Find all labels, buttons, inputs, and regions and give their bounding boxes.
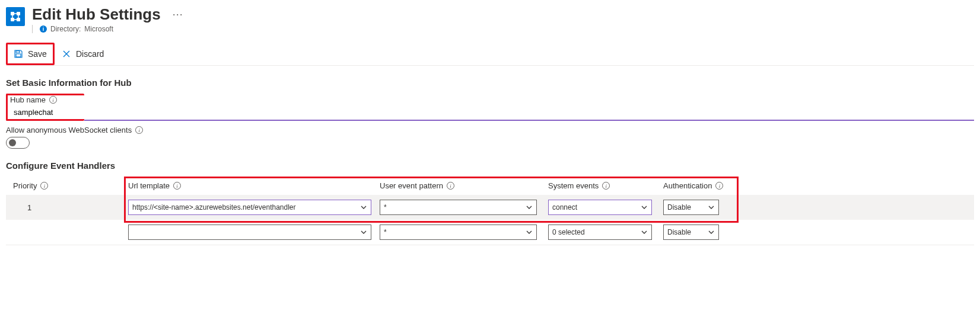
directory-row: i Directory: Microsoft <box>32 25 183 33</box>
col-system-label: System events <box>548 181 599 190</box>
url-template-input[interactable] <box>128 225 371 240</box>
chevron-down-icon <box>360 204 367 211</box>
svg-rect-3 <box>17 18 20 21</box>
hub-icon <box>9 11 21 23</box>
discard-label: Discard <box>76 49 104 59</box>
user-event-input[interactable]: * <box>380 225 537 240</box>
info-icon[interactable]: i <box>602 182 610 190</box>
header-text-block: Edit Hub Settings ··· i Directory: Micro… <box>32 6 183 33</box>
authentication-select[interactable]: Disable <box>663 225 719 240</box>
col-url-label: Url template <box>128 181 170 190</box>
system-events-value: connect <box>552 203 641 211</box>
more-actions-button[interactable]: ··· <box>173 8 183 21</box>
toggle-knob <box>9 139 16 146</box>
basic-info-section: Set Basic Information for Hub Hub name i… <box>6 78 974 149</box>
info-icon[interactable]: i <box>135 126 143 134</box>
highlight-hubname: Hub name i <box>6 94 84 121</box>
allow-anon-label: Allow anonymous WebSocket clients <box>6 126 132 134</box>
page-title: Edit Hub Settings <box>32 6 161 23</box>
info-icon[interactable]: i <box>447 182 454 190</box>
allow-anon-row: Allow anonymous WebSocket clients i <box>6 126 974 134</box>
hub-name-input-part[interactable] <box>10 105 82 119</box>
discard-button[interactable]: Discard <box>56 44 110 63</box>
info-icon: i <box>40 25 47 33</box>
svg-rect-1 <box>17 12 20 15</box>
save-icon <box>14 49 23 59</box>
chevron-down-icon <box>641 204 648 211</box>
col-auth-label: Authentication <box>663 181 712 190</box>
basic-section-title: Set Basic Information for Hub <box>6 78 974 88</box>
chevron-down-icon <box>526 229 533 236</box>
handlers-section-title: Configure Event Handlers <box>6 161 974 171</box>
col-system-events: System events i <box>548 181 661 190</box>
col-priority: Priority i <box>13 181 126 190</box>
authentication-select[interactable]: Disable <box>663 200 719 215</box>
event-handlers-section: Configure Event Handlers Priority i Url … <box>6 161 974 245</box>
save-button[interactable]: Save <box>8 44 53 63</box>
url-template-input[interactable]: https://<site-name>.azurewebsites.net/ev… <box>128 200 371 215</box>
info-icon[interactable]: i <box>173 182 181 190</box>
info-icon[interactable]: i <box>715 182 723 190</box>
col-user-event: User event pattern i <box>380 181 546 190</box>
hub-name-input[interactable] <box>84 106 974 121</box>
chevron-down-icon <box>641 229 648 236</box>
system-events-value: 0 selected <box>552 228 641 236</box>
resource-icon <box>6 7 25 26</box>
info-icon[interactable]: i <box>40 182 48 190</box>
system-events-select[interactable]: 0 selected <box>548 225 652 240</box>
user-event-input[interactable]: * <box>380 200 537 215</box>
col-authentication: Authentication i <box>663 181 967 190</box>
priority-value: 1 <box>13 203 126 212</box>
col-priority-label: Priority <box>13 181 37 190</box>
save-label: Save <box>28 49 47 59</box>
info-icon[interactable]: i <box>49 96 57 104</box>
directory-label: Directory: <box>50 25 81 33</box>
authentication-value: Disable <box>667 203 708 211</box>
hub-name-label: Hub name <box>10 95 46 104</box>
svg-rect-0 <box>11 12 14 15</box>
user-event-value: * <box>384 228 526 236</box>
user-event-value: * <box>384 203 526 211</box>
table-row: 1 https://<site-name>.azurewebsites.net/… <box>6 195 974 220</box>
chevron-down-icon <box>360 229 367 236</box>
system-events-select[interactable]: connect <box>548 200 652 215</box>
col-user-label: User event pattern <box>380 181 443 190</box>
chevron-down-icon <box>708 204 715 211</box>
handlers-table: Priority i Url template i User event pat… <box>6 177 974 245</box>
command-bar: Save Discard <box>6 43 974 66</box>
svg-rect-2 <box>11 18 14 21</box>
highlight-save: Save <box>6 43 55 65</box>
authentication-value: Disable <box>667 228 708 236</box>
page-header: Edit Hub Settings ··· i Directory: Micro… <box>6 6 974 36</box>
directory-value: Microsoft <box>84 25 113 33</box>
allow-anon-toggle[interactable] <box>6 137 30 149</box>
col-url-template: Url template i <box>128 181 377 190</box>
chevron-down-icon <box>708 229 715 236</box>
close-icon <box>62 49 71 59</box>
table-header: Priority i Url template i User event pat… <box>6 177 974 195</box>
handlers-table-wrap: Priority i Url template i User event pat… <box>6 177 974 245</box>
url-template-value: https://<site-name>.azurewebsites.net/ev… <box>132 203 360 211</box>
hub-name-field: Hub name i <box>6 94 974 121</box>
table-row: * 0 selected Disable <box>6 220 974 245</box>
chevron-down-icon <box>526 204 533 211</box>
